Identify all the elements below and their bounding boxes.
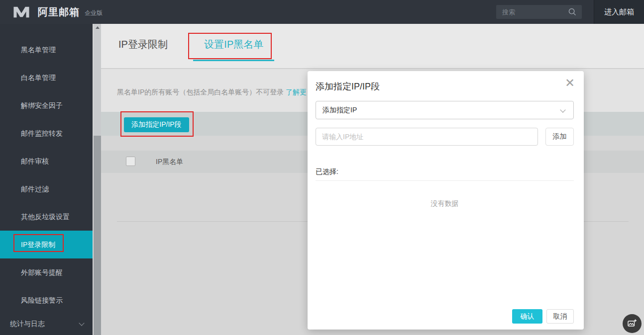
enter-mailbox-button[interactable]: 进入邮箱 [594, 0, 644, 24]
table-column-ip-blacklist: IP黑名单 [156, 158, 183, 167]
add-ip-range-button[interactable]: 添加指定IP/IP段 [124, 117, 189, 132]
app-header: 阿里邮箱 企业版 进入邮箱 [0, 0, 644, 24]
add-ip-modal: 添加指定IP/IP段 ✕ 添加指定IP 添加 已选择: 没有数据 确认 取消 [308, 71, 584, 330]
sidebar-item-whitelist-mgmt[interactable]: 白名单管理 [0, 64, 93, 91]
tab-bar: IP登录限制 设置IP黑名单 [101, 24, 644, 69]
sidebar-item-mail-filter[interactable]: 邮件过滤 [0, 175, 93, 203]
ip-type-select-value: 添加指定IP [322, 106, 357, 114]
modal-title: 添加指定IP/IP段 [316, 81, 380, 92]
close-icon[interactable]: ✕ [565, 77, 575, 89]
sidebar-footer-label: 统计与日志 [10, 320, 45, 328]
confirm-button[interactable]: 确认 [512, 309, 542, 324]
chevron-down-icon [79, 320, 84, 326]
ip-type-select[interactable]: 添加指定IP [316, 101, 574, 119]
sidebar-item-other-antispam[interactable]: 其他反垃圾设置 [0, 203, 93, 231]
add-image-icon [627, 319, 637, 329]
ip-address-input[interactable] [316, 128, 538, 146]
mail-m-logo-icon [12, 5, 31, 18]
search-icon [568, 7, 577, 16]
header-search [496, 5, 582, 19]
sidebar-item-mail-monitor-forward[interactable]: 邮件监控转发 [0, 119, 93, 147]
empty-state-text: 没有数据 [316, 199, 574, 208]
add-ip-button[interactable]: 添加 [545, 128, 574, 146]
scrollbar-up-arrow[interactable] [94, 24, 101, 31]
scrollbar-thumb[interactable] [94, 136, 101, 335]
brand-name: 阿里邮箱 [38, 5, 80, 19]
feedback-compose-button[interactable] [623, 314, 642, 333]
sidebar-scrollbar[interactable] [94, 24, 101, 335]
tab-set-ip-blacklist[interactable]: 设置IP黑名单 [193, 38, 274, 61]
brand-logo: 阿里邮箱 企业版 [12, 5, 103, 19]
sidebar-nav: 黑名单管理 白名单管理 解绑安全因子 邮件监控转发 邮件审核 邮件过滤 其他反垃… [0, 24, 93, 335]
modal-divider [316, 180, 574, 181]
chevron-down-icon [560, 107, 565, 112]
tab-ip-login-limit[interactable]: IP登录限制 [116, 38, 170, 61]
selected-label: 已选择: [316, 168, 338, 176]
brand-edition-label: 企业版 [85, 9, 103, 17]
sidebar-section-stats-logs[interactable]: 统计与日志 [0, 316, 93, 331]
blacklist-description-text: 黑名单IP的所有账号（包括全局白名单账号）不可登录 [117, 88, 286, 96]
sidebar-item-external-account-alert[interactable]: 外部账号提醒 [0, 258, 93, 286]
sidebar-item-mail-review[interactable]: 邮件审核 [0, 147, 93, 175]
sidebar-item-ip-login-limit[interactable]: IP登录限制 [0, 231, 93, 258]
cancel-button[interactable]: 取消 [546, 309, 574, 324]
learn-more-link[interactable]: 了解更 [286, 88, 307, 96]
sidebar-item-unbind-security[interactable]: 解绑安全因子 [0, 91, 93, 119]
sidebar-item-blacklist-mgmt[interactable]: 黑名单管理 [0, 36, 93, 64]
sidebar-item-risk-link-warning[interactable]: 风险链接警示 [0, 286, 93, 314]
select-all-checkbox[interactable] [126, 157, 135, 166]
